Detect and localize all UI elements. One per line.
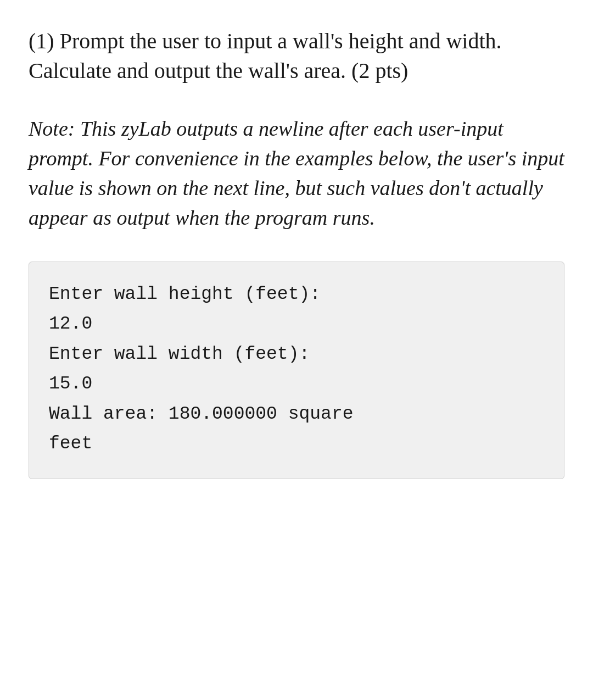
main-content: (1) Prompt the user to input a wall's he…	[29, 26, 564, 479]
code-block: Enter wall height (feet): 12.0 Enter wal…	[29, 262, 564, 480]
prompt-text: (1) Prompt the user to input a wall's he…	[29, 26, 564, 86]
note-text: Note: This zyLab outputs a newline after…	[29, 114, 564, 233]
